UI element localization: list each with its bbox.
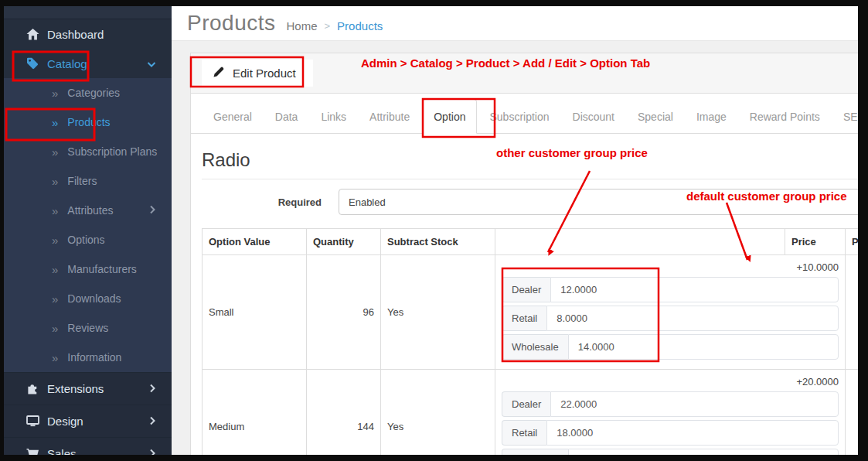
tab-image[interactable]: Image	[686, 100, 737, 133]
table-row: Small 96 Yes +10.0000 Dealer 12.0000	[203, 255, 859, 370]
group-price-row: Wholesale 24.0000	[502, 449, 839, 455]
cart-icon	[26, 448, 39, 456]
product-form-card: Edit Product General Data Links Attribut…	[190, 53, 858, 455]
sidebar-item-categories[interactable]: » Categories	[4, 78, 172, 108]
option-tab-panel: Radio Required Enabled Option Value	[191, 134, 858, 455]
double-angle-icon: »	[52, 204, 58, 217]
sidebar-header	[4, 6, 172, 19]
pencil-icon	[213, 66, 225, 80]
group-price-input[interactable]: 12.0000	[550, 277, 839, 302]
sidebar-item-filters[interactable]: » Filters	[4, 166, 172, 196]
col-points: Points	[846, 229, 859, 255]
points-cell: -2	[846, 370, 859, 456]
group-price-row: Dealer 12.0000	[502, 277, 839, 302]
option-values-table: Option Value Quantity Subtract Stock Pri…	[202, 228, 858, 455]
subtract-stock-cell: Yes	[381, 370, 495, 456]
breadcrumb-current[interactable]: Products	[337, 19, 383, 32]
monitor-icon	[26, 415, 39, 428]
tab-reward-points[interactable]: Reward Points	[739, 100, 831, 133]
double-angle-icon: »	[52, 145, 58, 159]
double-angle-icon: »	[52, 175, 58, 188]
group-price-input[interactable]: 24.0000	[568, 449, 839, 455]
tab-special[interactable]: Special	[627, 100, 684, 133]
required-select[interactable]: Enabled	[339, 189, 858, 215]
sidebar-item-label: Subscription Plans	[67, 145, 157, 158]
chevron-right-icon	[149, 447, 156, 455]
sidebar-item-sales[interactable]: Sales	[4, 437, 172, 455]
tab-bar: General Data Links Attribute Option Subs…	[191, 94, 858, 134]
group-price-input[interactable]: 22.0000	[550, 391, 839, 417]
group-price-input[interactable]: 18.0000	[546, 420, 839, 446]
tab-seo[interactable]: SEO	[832, 100, 858, 133]
breadcrumb-separator: >	[325, 20, 331, 32]
sidebar-item-extensions[interactable]: Extensions	[4, 372, 172, 405]
group-price-row: Wholesale 14.0000	[502, 334, 839, 360]
sidebar-item-label: Design	[47, 415, 83, 428]
double-angle-icon: »	[52, 351, 58, 364]
sidebar-item-information[interactable]: » Information	[4, 343, 172, 372]
card-header: Edit Product	[191, 53, 858, 94]
group-price-row: Retail 8.0000	[502, 306, 839, 331]
required-form-row: Required Enabled	[202, 189, 858, 215]
page-title: Products	[187, 11, 276, 36]
customer-group-label: Wholesale	[502, 449, 568, 455]
customer-group-label: Retail	[502, 420, 546, 446]
chevron-right-icon	[149, 204, 156, 217]
default-price-value: +20.0000	[502, 376, 839, 388]
table-header-row: Option Value Quantity Subtract Stock Pri…	[203, 229, 859, 255]
sidebar-item-options[interactable]: » Options	[4, 225, 172, 254]
sidebar-item-subscription-plans[interactable]: » Subscription Plans	[4, 137, 172, 166]
sidebar-item-design[interactable]: Design	[4, 405, 172, 437]
sidebar: Dashboard Catalog » Categories » Product…	[4, 6, 172, 455]
double-angle-icon: »	[52, 322, 58, 335]
home-icon	[26, 28, 39, 40]
sidebar-item-label: Categories	[67, 87, 120, 99]
subtract-stock-cell: Yes	[381, 255, 495, 370]
sidebar-item-manufacturers[interactable]: » Manufacturers	[4, 254, 172, 284]
breadcrumb-home[interactable]: Home	[287, 19, 318, 32]
sidebar-item-products[interactable]: » Products	[4, 108, 172, 137]
col-price: Price	[785, 229, 846, 255]
tab-option[interactable]: Option	[422, 99, 477, 134]
sidebar-item-label: Reviews	[67, 322, 108, 334]
chevron-down-icon	[147, 57, 156, 70]
option-value-cell: Small	[203, 255, 307, 370]
tab-general[interactable]: General	[203, 100, 263, 133]
double-angle-icon: »	[52, 263, 58, 276]
tab-attribute[interactable]: Attribute	[359, 100, 420, 133]
sidebar-item-catalog[interactable]: Catalog	[4, 49, 172, 78]
double-angle-icon: »	[52, 87, 58, 100]
sidebar-item-attributes[interactable]: » Attributes	[4, 196, 172, 225]
option-name-heading: Radio	[202, 149, 858, 179]
tab-links[interactable]: Links	[310, 100, 357, 133]
group-price-row: Retail 18.0000	[502, 420, 839, 446]
price-cell: +10.0000 Dealer 12.0000 Retail 8.0000	[495, 255, 846, 370]
group-price-input[interactable]: 8.0000	[546, 306, 839, 331]
customer-group-label: Retail	[502, 306, 546, 331]
default-price-value: +10.0000	[502, 261, 839, 274]
customer-group-label: Wholesale	[502, 334, 568, 360]
admin-window: Dashboard Catalog » Categories » Product…	[4, 6, 858, 455]
group-price-input[interactable]: 14.0000	[568, 334, 839, 360]
sidebar-item-downloads[interactable]: » Downloads	[4, 284, 172, 313]
customer-group-label: Dealer	[502, 277, 550, 302]
sidebar-item-dashboard[interactable]: Dashboard	[4, 19, 172, 49]
tab-subscription[interactable]: Subscription	[478, 100, 560, 133]
sidebar-item-label: Attributes	[67, 204, 113, 217]
col-quantity: Quantity	[307, 229, 381, 255]
card-body: General Data Links Attribute Option Subs…	[191, 94, 858, 455]
tag-icon	[26, 57, 39, 70]
sidebar-item-label: Options	[67, 234, 104, 246]
edit-product-button[interactable]: Edit Product	[202, 60, 313, 87]
sidebar-item-reviews[interactable]: » Reviews	[4, 313, 172, 343]
quantity-cell: 144	[307, 370, 381, 456]
tab-data[interactable]: Data	[264, 100, 309, 133]
quantity-cell: 96	[307, 255, 381, 370]
tab-discount[interactable]: Discount	[562, 100, 625, 133]
group-price-row: Dealer 22.0000	[502, 391, 839, 417]
sidebar-item-label: Extensions	[47, 382, 104, 395]
main-content: Products Home > Products Edit Product Ge…	[172, 6, 858, 455]
sidebar-item-label: Catalog	[47, 57, 87, 70]
puzzle-icon	[26, 383, 39, 395]
required-label: Required	[202, 196, 322, 208]
